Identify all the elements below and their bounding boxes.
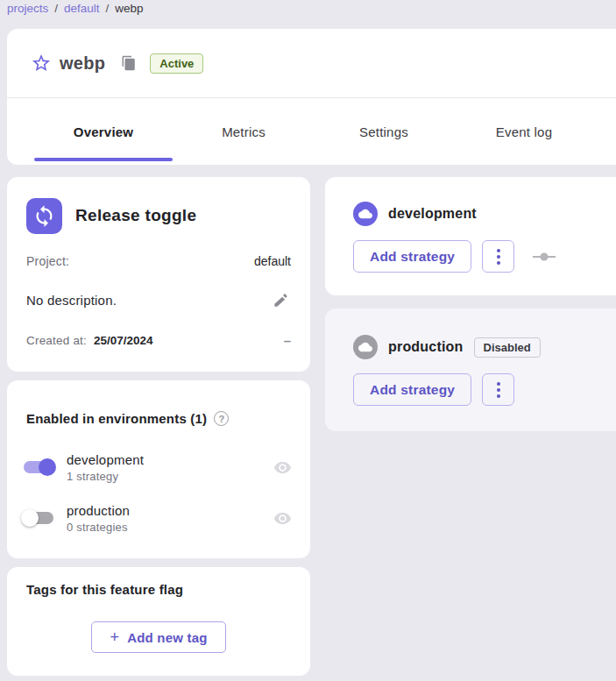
add-new-tag-label: Add new tag: [127, 630, 207, 645]
add-new-tag-button[interactable]: + Add new tag: [91, 621, 226, 653]
environments-title: Enabled in environments (1): [26, 411, 207, 426]
plus-icon: +: [110, 629, 119, 645]
release-toggle-icon: [32, 204, 56, 228]
project-row: Project: default: [26, 254, 291, 268]
kebab-icon: [497, 382, 500, 386]
environment-panel-name: production: [388, 339, 464, 355]
feature-title-row: webp Active: [7, 29, 616, 97]
page: { "breadcrumb": { "separator": "/", "ite…: [0, 0, 616, 681]
add-strategy-button[interactable]: Add strategy: [353, 373, 471, 406]
environment-row-production: production 0 strategies: [21, 499, 293, 537]
environment-icon-box: [353, 202, 378, 226]
status-badge: Active: [150, 53, 203, 74]
favorite-button[interactable]: [31, 53, 52, 74]
panel-header: production Disabled: [353, 335, 541, 359]
environment-menu-button[interactable]: [482, 373, 514, 406]
panel-header: development: [353, 202, 477, 226]
feature-details-card: Release toggle Project: default No descr…: [7, 177, 310, 372]
tab-metrics[interactable]: Metrics: [173, 98, 314, 165]
disabled-badge: Disabled: [474, 337, 541, 358]
environments-heading: Enabled in environments (1) ?: [26, 411, 229, 426]
description-row: No description.: [26, 289, 291, 310]
tab-metrics-label: Metrics: [222, 124, 266, 139]
panel-actions: Add strategy: [353, 240, 556, 273]
breadcrumb-separator: /: [54, 2, 58, 15]
pencil-icon: [273, 292, 289, 309]
eye-icon: [273, 458, 292, 477]
active-tab-indicator: [34, 158, 173, 161]
environment-panel-development: development Add strategy: [325, 177, 616, 295]
collapse-details-button[interactable]: –: [284, 333, 291, 348]
breadcrumb-link-default[interactable]: default: [64, 2, 100, 15]
tags-card: Tags for this feature flag + Add new tag: [7, 567, 310, 676]
no-metrics-icon: [532, 252, 556, 262]
feature-type-title: Release toggle: [75, 206, 196, 225]
kebab-icon: [497, 261, 500, 265]
created-at-value: 25/07/2024: [94, 334, 153, 347]
enabled-environments-card: Enabled in environments (1) ? developmen…: [7, 380, 310, 558]
view-environment-button[interactable]: [272, 457, 293, 478]
environment-name: development: [67, 452, 272, 467]
cloud-icon: [358, 207, 372, 221]
breadcrumb-link-projects[interactable]: projects: [7, 2, 48, 15]
production-toggle[interactable]: [21, 508, 56, 528]
tab-overview-label: Overview: [74, 124, 133, 139]
tab-event-log[interactable]: Event log: [454, 98, 594, 165]
page-title: webp: [60, 53, 105, 74]
edit-description-button[interactable]: [270, 289, 291, 310]
project-value[interactable]: default: [254, 254, 291, 268]
tags-title: Tags for this feature flag: [26, 582, 183, 597]
kebab-icon: [497, 388, 500, 392]
created-at-row: Created at: 25/07/2024 –: [26, 333, 291, 348]
project-label: Project:: [26, 254, 69, 268]
tab-settings[interactable]: Settings: [314, 98, 454, 165]
environment-panel-name: development: [388, 206, 477, 222]
kebab-icon: [497, 249, 500, 252]
environment-menu-button[interactable]: [482, 240, 514, 273]
kebab-icon: [497, 394, 500, 398]
tab-settings-label: Settings: [359, 124, 408, 139]
view-environment-button[interactable]: [272, 507, 293, 528]
tab-overview[interactable]: Overview: [33, 98, 173, 165]
environment-icon-box: [353, 335, 378, 359]
environment-panel-production: production Disabled Add strategy: [325, 309, 616, 431]
breadcrumb: projects / default / webp: [7, 2, 144, 15]
tab-event-log-label: Event log: [496, 124, 552, 139]
tab-bar: Overview Metrics Settings Event log: [33, 98, 594, 165]
description-text: No description.: [26, 293, 117, 308]
copy-icon: [121, 55, 137, 71]
environment-row-development: development 1 strategy: [21, 448, 293, 486]
environment-name: production: [67, 503, 272, 518]
environment-strategy-count: 0 strategies: [67, 521, 272, 534]
panel-actions: Add strategy: [353, 373, 514, 406]
created-at-label: Created at:: [26, 334, 87, 347]
toggle-knob: [21, 509, 39, 527]
copy-name-button[interactable]: [120, 54, 138, 72]
star-icon: [31, 53, 52, 74]
add-strategy-button[interactable]: Add strategy: [353, 240, 471, 273]
toggle-knob: [39, 458, 56, 476]
breadcrumb-separator: /: [106, 2, 110, 15]
eye-icon: [273, 509, 292, 528]
help-icon[interactable]: ?: [214, 411, 229, 426]
cloud-icon: [358, 340, 372, 354]
feature-type-icon-box: [26, 198, 62, 234]
breadcrumb-current: webp: [115, 2, 143, 15]
feature-header-card: webp Active Overview Metrics Settings Ev…: [7, 29, 616, 165]
development-toggle[interactable]: [21, 458, 56, 477]
kebab-icon: [497, 255, 500, 259]
environment-strategy-count: 1 strategy: [67, 470, 272, 483]
